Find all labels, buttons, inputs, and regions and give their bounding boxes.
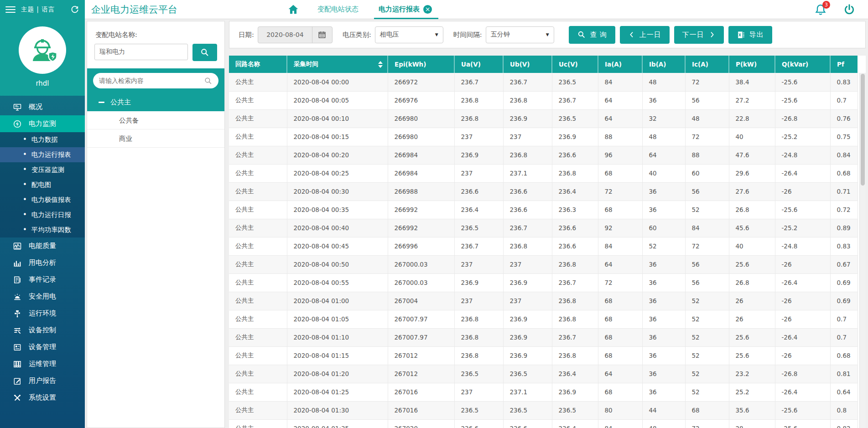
- voltage-type-select[interactable]: 相电压 ▼: [375, 26, 443, 43]
- calendar-icon[interactable]: [312, 27, 332, 43]
- station-search-button[interactable]: [192, 44, 217, 61]
- subitem-label: 平均功率因数: [31, 226, 71, 234]
- tree-root-label: 公共主: [110, 98, 131, 107]
- tree-node-商业[interactable]: 商业: [87, 129, 224, 148]
- table-row[interactable]: 公共主2020-08-04 01:35267020236.6236.6236.4…: [229, 419, 858, 428]
- table-cell: 236.7: [503, 73, 552, 91]
- tree-search-input[interactable]: [99, 77, 204, 84]
- station-name-input[interactable]: [94, 44, 188, 60]
- theme-language-switch[interactable]: 主题 | 语言: [21, 5, 55, 14]
- sidebar-item-设备管理[interactable]: 设备管理: [0, 339, 85, 356]
- next-day-button[interactable]: 下一日: [674, 26, 724, 44]
- table-row[interactable]: 公共主2020-08-04 00:50267000.03237237236.86…: [229, 255, 858, 273]
- collapse-icon[interactable]: [99, 102, 104, 103]
- sidebar-item-事件记录[interactable]: 事件记录: [0, 271, 85, 288]
- hamburger-menu-icon[interactable]: [5, 6, 16, 13]
- tree-node-root[interactable]: 公共主: [87, 93, 224, 111]
- power-logout-icon[interactable]: [843, 4, 855, 15]
- table-row[interactable]: 公共主2020-08-04 01:25267016237237.1236.968…: [229, 383, 858, 401]
- table-row[interactable]: 公共主2020-08-04 01:30267016236.5236.5236.5…: [229, 401, 858, 419]
- sidebar-subitem-配电图[interactable]: •配电图: [0, 177, 85, 192]
- tree-node-公共备[interactable]: 公共备: [87, 111, 224, 129]
- table-cell: 236.9: [454, 146, 503, 164]
- table-row[interactable]: 公共主2020-08-04 00:25266984237237.1236.868…: [229, 164, 858, 182]
- table-cell: -26: [775, 310, 830, 328]
- table-cell: 267000.03: [388, 273, 454, 292]
- sidebar-subitem-平均功率因数[interactable]: •平均功率因数: [0, 222, 85, 237]
- interval-select[interactable]: 五分钟 ▼: [486, 26, 554, 43]
- device-mgmt-icon: [13, 343, 22, 352]
- home-icon[interactable]: [287, 4, 299, 15]
- table-row[interactable]: 公共主2020-08-04 00:20266984236.9236.8236.6…: [229, 146, 858, 164]
- table-cell: -24.8: [775, 237, 830, 255]
- table-row[interactable]: 公共主2020-08-04 01:00267004237237236.86836…: [229, 292, 858, 310]
- date-picker[interactable]: 2020-08-04: [258, 26, 333, 43]
- table-cell: 40: [642, 164, 685, 182]
- table-cell: 88: [685, 146, 729, 164]
- tree-search-strip: [87, 68, 224, 93]
- sort-icon[interactable]: [378, 61, 383, 68]
- table-row[interactable]: 公共主2020-08-04 00:40266992236.5236.7236.6…: [229, 219, 858, 237]
- table-row[interactable]: 公共主2020-08-04 00:10266980236.8236.9236.5…: [229, 109, 858, 128]
- table-cell: 23.2: [729, 365, 775, 383]
- table-cell: 2020-08-04 00:40: [287, 219, 388, 237]
- sidebar-item-安全用电[interactable]: 安全用电: [0, 288, 85, 305]
- table-cell: 0.7: [830, 328, 858, 346]
- table-row[interactable]: 公共主2020-08-04 01:20267012236.5236.5236.4…: [229, 365, 858, 383]
- tree-search-box[interactable]: [93, 73, 218, 88]
- sidebar-item-运维管理[interactable]: 运维管理: [0, 356, 85, 372]
- tab-power-report[interactable]: 电力运行报表 ×: [378, 0, 433, 19]
- table-cell: 236.5: [503, 365, 552, 383]
- sidebar-subitem-电力运行报表[interactable]: •电力运行报表: [0, 147, 85, 162]
- table-cell: 237: [454, 255, 503, 273]
- table-row[interactable]: 公共主2020-08-04 00:00266972236.7236.7236.5…: [229, 73, 858, 91]
- export-button[interactable]: 导出: [728, 26, 772, 44]
- sidebar-item-用户报告[interactable]: 用户报告: [0, 372, 85, 389]
- table-cell: 56: [685, 182, 729, 201]
- table-cell: 52: [685, 346, 729, 365]
- table-row[interactable]: 公共主2020-08-04 01:15267012236.8236.9236.8…: [229, 346, 858, 365]
- notification-bell-icon[interactable]: 3: [814, 3, 827, 16]
- sidebar-item-概况[interactable]: 概况: [0, 98, 85, 115]
- table-row[interactable]: 公共主2020-08-04 01:10267007.97236.8236.923…: [229, 328, 858, 346]
- table-row[interactable]: 公共主2020-08-04 00:35266992236.4236.6236.3…: [229, 201, 858, 219]
- table-cell: 266980: [388, 109, 454, 128]
- table-cell: 236.6: [454, 182, 503, 201]
- sidebar-item-电力监测[interactable]: 电力监测: [0, 115, 85, 132]
- table-cell: 236.7: [503, 219, 552, 237]
- tab-close-icon[interactable]: ×: [423, 5, 432, 14]
- sidebar-subitem-电力极值报表[interactable]: •电力极值报表: [0, 192, 85, 207]
- table-row[interactable]: 公共主2020-08-04 00:55267000.03236.9236.923…: [229, 273, 858, 292]
- sidebar-subitem-电力运行日报[interactable]: •电力运行日报: [0, 207, 85, 222]
- sidebar-item-电能质量[interactable]: 电能质量: [0, 237, 85, 254]
- tab-substation-status[interactable]: 变配电站状态: [317, 0, 359, 19]
- bullet-icon: •: [23, 181, 27, 188]
- vertical-scrollbar[interactable]: [859, 73, 866, 428]
- refresh-icon[interactable]: [70, 5, 79, 14]
- table-row[interactable]: 公共主2020-08-04 01:05267007.97236.8236.923…: [229, 310, 858, 328]
- column-header-采集时间[interactable]: 采集时间: [287, 56, 388, 73]
- table-cell: 52: [642, 237, 685, 255]
- prev-day-label: 上一日: [639, 31, 661, 39]
- sidebar-subitem-变压器监测[interactable]: •变压器监测: [0, 162, 85, 177]
- table-row[interactable]: 公共主2020-08-04 00:05266976236.8236.8236.7…: [229, 91, 858, 109]
- avatar[interactable]: [19, 26, 66, 74]
- table-cell: 236.6: [552, 219, 598, 237]
- column-header-Ia(A): Ia(A): [598, 56, 642, 73]
- table-row[interactable]: 公共主2020-08-04 00:30266988236.6236.6236.4…: [229, 182, 858, 201]
- table-row[interactable]: 公共主2020-08-04 00:45266996236.7236.8236.6…: [229, 237, 858, 255]
- scrollbar-thumb[interactable]: [861, 74, 865, 186]
- prev-day-button[interactable]: 上一日: [620, 26, 670, 44]
- sidebar-item-系统设置[interactable]: 系统设置: [0, 389, 85, 406]
- column-header-Ub(V): Ub(V): [503, 56, 552, 73]
- sidebar-item-运行环境[interactable]: 运行环境: [0, 305, 85, 322]
- table-cell: 237: [454, 292, 503, 310]
- chevron-right-icon: [708, 31, 716, 38]
- table-cell: 84: [598, 237, 642, 255]
- sidebar-item-设备控制[interactable]: 设备控制: [0, 322, 85, 339]
- sidebar-subitem-电力数据[interactable]: •电力数据: [0, 132, 85, 147]
- table-row[interactable]: 公共主2020-08-04 00:15266980237237236.98848…: [229, 128, 858, 146]
- sidebar-item-用电分析[interactable]: 用电分析: [0, 254, 85, 271]
- table-cell: 2020-08-04 00:50: [287, 255, 388, 273]
- query-button[interactable]: 查 询: [569, 26, 615, 44]
